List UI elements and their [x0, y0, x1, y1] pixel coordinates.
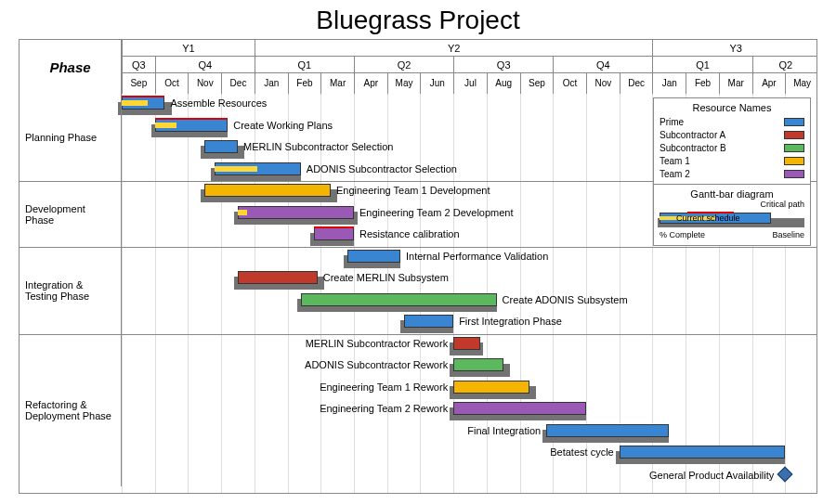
chart-title: Bluegrass Project	[0, 0, 836, 37]
task-label: Create ADONIS Subsystem	[503, 293, 628, 306]
task-bar: Create MERLIN Subsystem	[238, 271, 318, 290]
task-label: MERLIN Subcontractor Rework	[306, 337, 448, 350]
month-label: Jul	[453, 73, 487, 94]
task-label: Resistance calibration	[359, 227, 460, 240]
legend-swatch	[784, 157, 804, 165]
task-label: ADONIS Subcontractor Rework	[305, 358, 448, 371]
month-label: Mar	[320, 73, 354, 94]
phase-label: Development Phase	[20, 181, 122, 247]
task-bar: MERLIN Subcontractor Rework	[453, 337, 480, 355]
quarter-label: Q3	[453, 57, 553, 72]
task-label: Final Integration	[467, 424, 541, 437]
legend-resource-row: Team 2	[660, 167, 804, 180]
month-label: Mar	[719, 73, 752, 94]
gantt-area: Phase Y1Y2Y3 Q3Q4Q1Q2Q3Q4Q1Q2 SepOctNovD…	[19, 39, 817, 494]
task-label: Engineering Team 1 Rework	[320, 381, 448, 394]
task-bar: Engineering Team 1 Development	[204, 184, 331, 202]
task-label: First Integration Phase	[459, 315, 562, 328]
legend-swatch	[784, 144, 804, 152]
task-bar: Internal Performance Validation	[347, 250, 400, 268]
task-label: Create Working Plans	[233, 119, 333, 132]
task-bar: First Integration Phase	[404, 315, 454, 333]
quarter-label: Q4	[155, 57, 255, 72]
task-label: Create MERLIN Subsystem	[323, 271, 449, 284]
month-label: May	[387, 73, 421, 94]
month-label: Oct	[553, 73, 586, 94]
task-bar: ADONIS Subcontractor Selection	[215, 162, 301, 181]
month-label: Sep	[122, 73, 155, 94]
legend-swatch	[784, 118, 804, 126]
month-label: Apr	[354, 73, 387, 94]
phase-label: Refactoring & Deployment Phase	[20, 334, 122, 487]
month-label: Dec	[221, 73, 255, 94]
legend-pct-complete: % Complete	[660, 230, 705, 239]
legend-bar-example: Current schedule	[660, 211, 804, 229]
quarter-label: Q2	[354, 57, 453, 72]
legend-swatch	[784, 170, 804, 178]
quarter-label: Q3	[122, 57, 155, 72]
year-label: Y1	[122, 40, 255, 56]
month-label: Jun	[420, 73, 453, 94]
task-bar: Create ADONIS Subsystem	[301, 293, 497, 312]
month-label: Aug	[487, 73, 520, 94]
task-bar: Betatest cycle	[620, 446, 786, 464]
month-label: Oct	[155, 73, 189, 94]
legend-critical-path: Critical path	[660, 200, 804, 209]
milestone-diamond	[777, 466, 793, 482]
month-label: Feb	[288, 73, 321, 94]
task-bar: Create Working Plans	[155, 119, 229, 137]
quarter-label: Q1	[255, 57, 354, 72]
month-label: May	[785, 73, 818, 94]
month-label: Jan	[652, 73, 686, 94]
legend-baseline: Baseline	[772, 230, 804, 239]
task-label: Engineering Team 2 Rework	[320, 402, 448, 415]
year-label: Y2	[255, 40, 653, 56]
task-label: Betatest cycle	[550, 446, 613, 459]
quarter-label: Q2	[752, 57, 818, 72]
task-bar: Resistance calibration	[314, 227, 354, 246]
legend-title: Resource Names	[660, 102, 804, 113]
phase-label: Integration & Testing Phase	[20, 247, 122, 334]
month-label: Nov	[188, 73, 221, 94]
task-bar: MERLIN Subcontractor Selection	[204, 140, 238, 159]
month-label: Nov	[586, 73, 620, 94]
quarter-label: Q4	[553, 57, 652, 72]
task-bar: Engineering Team 1 Rework	[453, 381, 529, 399]
task-label: ADONIS Subcontractor Selection	[307, 162, 457, 175]
task-bar: Assemble Resources	[122, 97, 164, 115]
task-label: Internal Performance Validation	[406, 250, 548, 263]
phase-column-header: Phase	[20, 40, 122, 94]
month-label: Jan	[255, 73, 288, 94]
task-bar: Final Integration	[546, 424, 669, 443]
legend-resource-row: Team 1	[660, 154, 804, 167]
task-bar: ADONIS Subcontractor Rework	[453, 358, 503, 377]
legend-swatch	[784, 131, 804, 139]
legend-resource-row: Prime	[660, 115, 804, 128]
legend-resource-row: Subcontractor A	[660, 128, 804, 141]
gantt-chart: Bluegrass Project Phase Y1Y2Y3 Q3Q4Q1Q2Q…	[0, 0, 836, 504]
legend: Resource Names PrimeSubcontractor ASubco…	[653, 97, 811, 246]
task-label: Assemble Resources	[170, 97, 267, 110]
milestone-label: General Product Availability	[649, 469, 774, 482]
task-bar: Engineering Team 2 Development	[238, 206, 354, 225]
task-label: Engineering Team 1 Development	[336, 184, 490, 197]
phase-label: Planning Phase	[20, 94, 122, 181]
quarter-label: Q1	[652, 57, 751, 72]
year-label: Y3	[652, 40, 818, 56]
legend-resource-row: Subcontractor B	[660, 141, 804, 154]
task-label: Engineering Team 2 Development	[359, 206, 514, 219]
task-label: MERLIN Subcontractor Selection	[243, 140, 393, 153]
task-bar: Engineering Team 2 Rework	[453, 402, 586, 420]
time-header: Y1Y2Y3 Q3Q4Q1Q2Q3Q4Q1Q2 SepOctNovDecJanF…	[122, 40, 816, 94]
month-label: Dec	[620, 73, 653, 94]
month-label: Sep	[520, 73, 554, 94]
month-label: Apr	[752, 73, 786, 94]
legend-diagram-title: Gantt-bar diagram	[660, 188, 804, 200]
month-label: Feb	[686, 73, 719, 94]
